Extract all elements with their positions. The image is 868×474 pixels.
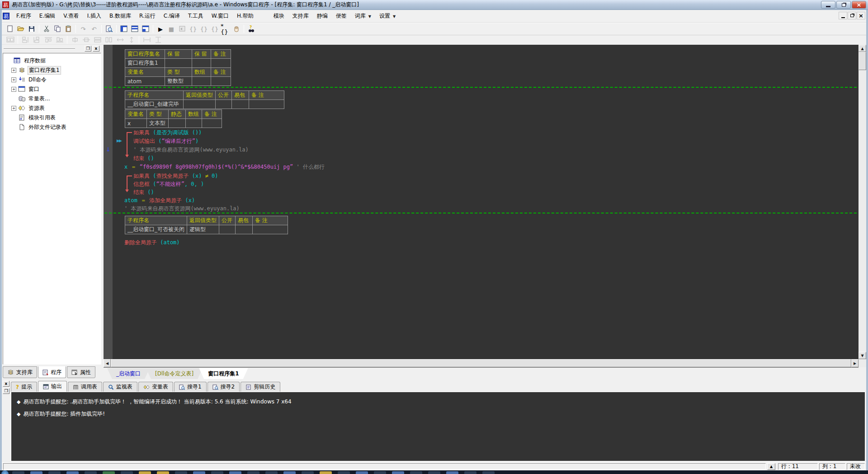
code-line[interactable]: 信息框 (“不能这样”, 0, ) — [113, 180, 859, 188]
code-line[interactable]: 删除全局原子 (atom) — [113, 238, 859, 247]
tab-hints[interactable]: ? 提示 — [11, 382, 37, 392]
menu-help[interactable]: H.帮助 — [233, 11, 258, 21]
stop-button[interactable]: ■ — [166, 24, 177, 34]
menu-run[interactable]: R.运行 — [135, 11, 160, 21]
start-button[interactable] — [1, 470, 9, 474]
taskbar-item[interactable] — [446, 471, 458, 474]
menu-insert[interactable]: I.插入 — [83, 11, 105, 21]
code-comment-line[interactable]: ' 本源码来自易语言资源网(www.eyuyan.la) — [113, 146, 859, 154]
align-bottom-button[interactable] — [54, 36, 65, 44]
run-button[interactable]: ▶ — [155, 24, 166, 34]
tab-window-assembly[interactable]: 窗口程序集1 — [199, 368, 248, 379]
code-line[interactable]: 调试输出 (“编译后才行”) — [113, 137, 859, 146]
taskbar-item[interactable] — [157, 471, 169, 474]
menu-static-compile[interactable]: 静编 — [313, 11, 332, 21]
tab-call-table[interactable]: 调用表 — [68, 382, 102, 392]
minimize-button[interactable] — [821, 1, 835, 9]
vertical-scrollbar[interactable]: ▲ ▼ — [859, 45, 866, 359]
tab-search1[interactable]: 搜寻1 — [174, 382, 207, 392]
same-height-button[interactable] — [103, 36, 114, 44]
copy-button[interactable] — [52, 24, 63, 34]
panel-close-button[interactable]: x — [3, 381, 9, 387]
taskbar-item[interactable] — [410, 471, 422, 474]
align-left-button[interactable] — [20, 36, 31, 44]
taskbar-item[interactable] — [211, 471, 223, 474]
cut-button[interactable] — [41, 24, 52, 34]
layout-left-button[interactable] — [118, 24, 129, 34]
menu-compile[interactable]: C.编译 — [160, 11, 184, 21]
scroll-up-button[interactable]: ▲ — [859, 45, 866, 52]
align-right-button[interactable] — [31, 36, 42, 44]
table-cell[interactable] — [192, 59, 211, 68]
menu-module[interactable]: 模块 — [269, 11, 288, 21]
taskbar-item[interactable] — [30, 471, 42, 474]
table-cell[interactable] — [184, 100, 216, 109]
tab-clip-history[interactable]: 剪辑历史 — [241, 382, 280, 392]
code-block[interactable]: 如果真 (查找全局原子 (x) ≠ 0) 信息框 (“不能这样”, 0, ) 结… — [113, 172, 859, 213]
taskbar-item[interactable] — [302, 471, 314, 474]
taskbar-item[interactable] — [66, 471, 79, 474]
align-top-button[interactable] — [42, 36, 54, 44]
breakpoint-marker-icon[interactable]: ▶▶ — [117, 138, 121, 143]
same-width-button[interactable] — [92, 36, 103, 44]
table-cell[interactable] — [232, 100, 249, 109]
taskbar-item[interactable] — [265, 471, 278, 474]
taskbar-item[interactable] — [374, 471, 386, 474]
scrollbar-thumb[interactable] — [111, 359, 851, 367]
tab-startup-window[interactable]: _启动窗口 — [107, 368, 150, 379]
restore-button[interactable] — [836, 1, 851, 9]
menu-edit[interactable]: E.编辑 — [35, 11, 59, 21]
pause-hand-button[interactable] — [231, 24, 242, 34]
form-grid-button[interactable] — [5, 36, 16, 44]
expander-icon[interactable]: + — [11, 106, 16, 111]
table-cell[interactable] — [211, 59, 231, 68]
menu-window[interactable]: W.窗口 — [208, 11, 233, 21]
mdi-close-button[interactable]: × — [857, 12, 865, 19]
output-log[interactable]: ◆易语言助手提醒您: .易语言助手加载完毕！ ，智能编译开启成功！ 当前易版本:… — [11, 392, 865, 461]
taskbar-item[interactable] — [229, 471, 241, 474]
taskbar-item[interactable] — [193, 471, 205, 474]
code-line[interactable]: atom ＝ 添加全局原子 (x) — [113, 196, 859, 204]
scroll-down-button[interactable]: ▼ — [859, 352, 866, 359]
find-button[interactable] — [104, 24, 114, 34]
table-cell[interactable]: __启动窗口_可否被关闭 — [125, 225, 187, 234]
new-file-button[interactable] — [5, 24, 15, 34]
save-button[interactable] — [26, 24, 37, 34]
step-out-button[interactable]: {} — [209, 24, 220, 34]
taskbar-item[interactable] — [428, 471, 440, 474]
table-cell[interactable] — [216, 100, 232, 109]
code-line[interactable]: 结束 () — [113, 154, 859, 163]
code-comment-line[interactable]: ' 本源码来自易语言资源网(www.eyuyan.la) — [113, 204, 859, 213]
taskbar-item[interactable] — [103, 471, 115, 474]
menu-tools[interactable]: T.工具 — [184, 11, 208, 21]
taskbar-item[interactable] — [356, 471, 368, 474]
expander-icon[interactable]: + — [11, 87, 16, 92]
taskbar-item[interactable] — [139, 471, 151, 474]
table-cell[interactable]: 文本型 — [147, 119, 169, 128]
panel-close-button[interactable]: x — [93, 46, 99, 52]
taskbar-item[interactable] — [121, 471, 133, 474]
taskbar-item[interactable] — [247, 471, 259, 474]
tab-dll-definitions[interactable]: [Dll命令定义表] — [146, 368, 203, 379]
redo-button[interactable]: ↷ — [78, 24, 89, 34]
horizontal-scrollbar[interactable]: ◀ ▶ — [104, 359, 859, 367]
fit-height-button[interactable] — [152, 36, 164, 44]
layout-top-button[interactable] — [129, 24, 140, 34]
tab-watch-table[interactable]: 监视表 — [103, 382, 137, 392]
open-file-button[interactable] — [15, 24, 26, 34]
taskbar-item[interactable] — [338, 471, 350, 474]
table-cell[interactable]: atom — [125, 77, 165, 86]
taskbar-item[interactable] — [175, 471, 187, 474]
code-editor[interactable]: 窗口程序集名 保 留 保 留 备 注 窗口程序集1 变量名 类 型 数组 备 注… — [104, 45, 859, 359]
run-to-cursor-button[interactable]: *{} — [220, 24, 231, 34]
taskbar-item[interactable] — [283, 471, 296, 474]
menu-program[interactable]: F.程序 — [12, 11, 35, 21]
table-cell[interactable] — [186, 119, 202, 128]
windows-taskbar[interactable] — [0, 470, 868, 474]
space-vertical-button[interactable] — [126, 36, 137, 44]
code-block[interactable]: 删除全局原子 (atom) — [113, 238, 859, 247]
panel-pin-button[interactable]: ❒ — [3, 388, 9, 394]
close-button[interactable]: × — [852, 1, 866, 9]
code-line[interactable]: x ＝ “f0sd9890f 8g098h07fg0h)$(*%()^&*$&8… — [113, 163, 859, 171]
scrollbar-thumb[interactable] — [859, 52, 866, 70]
